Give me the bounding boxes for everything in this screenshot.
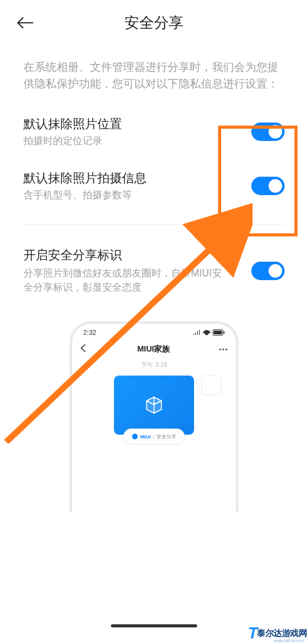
cube-icon	[145, 396, 163, 414]
svg-point-3	[132, 434, 137, 440]
toggle-remove-capture-info[interactable]	[251, 177, 285, 195]
mock-chat-title: MIUI家族	[88, 344, 219, 355]
setting-title: 开启安全分享标识	[23, 247, 251, 264]
mock-image-card: MIUI | 安全分享	[114, 376, 194, 435]
toggle-secure-share-badge[interactable]	[251, 262, 285, 280]
setting-subtitle: 分享照片到微信好友或朋友圈时，自带MIUI安全分享标识，彰显安全态度	[23, 266, 227, 294]
preview-illustration: 2:32 MIUI家族 下午 3:19	[0, 321, 308, 512]
mock-more-icon	[219, 348, 227, 350]
setting-title: 默认抹除照片位置	[23, 116, 251, 132]
mock-back-icon	[81, 344, 88, 355]
setting-remove-location[interactable]: 默认抹除照片位置 拍摄时的定位记录	[0, 105, 308, 159]
setting-subtitle: 拍摄时的定位记录	[23, 135, 251, 148]
mock-chat-time: 下午 3:19	[72, 360, 236, 376]
miui-badge-icon	[132, 433, 138, 440]
watermark: T 泰尔达游戏网 www.tairda.com	[248, 624, 307, 643]
home-indicator	[111, 624, 197, 627]
mock-status-time: 2:32	[83, 329, 96, 336]
setting-remove-capture-info[interactable]: 默认抹除照片拍摄信息 含手机型号、拍摄参数等	[0, 159, 308, 213]
setting-subtitle: 含手机型号、拍摄参数等	[23, 189, 251, 202]
mock-secure-badge: MIUI | 安全分享	[123, 429, 185, 445]
setting-title: 默认抹除照片拍摄信息	[23, 170, 251, 187]
setting-secure-share-badge[interactable]: 开启安全分享标识 分享照片到微信好友或朋友圈时，自带MIUI安全分享标识，彰显安…	[0, 236, 308, 305]
divider	[23, 224, 285, 225]
phone-mockup: 2:32 MIUI家族 下午 3:19	[70, 321, 238, 512]
mock-avatar-placeholder	[201, 376, 221, 395]
page-title: 安全分享	[15, 13, 293, 33]
svg-rect-1	[214, 331, 222, 334]
toggle-remove-location[interactable]	[251, 123, 285, 141]
mock-status-icons	[193, 329, 225, 336]
svg-rect-2	[224, 331, 225, 334]
page-description: 在系统相册、文件管理器进行分享时，我们会为您提供隐私保护功能，您可以对以下隐私信…	[0, 42, 308, 105]
